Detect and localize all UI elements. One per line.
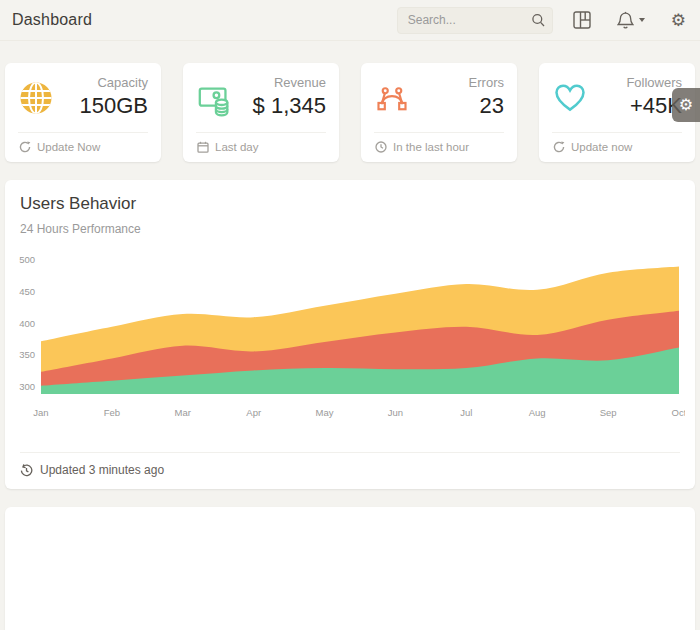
svg-text:300: 300 (19, 381, 35, 392)
svg-text:Feb: Feb (104, 407, 120, 418)
svg-text:Oct: Oct (672, 407, 685, 418)
chevron-down-icon (639, 18, 645, 22)
stat-footer-lastday: Last day (196, 133, 326, 162)
svg-text:Sep: Sep (600, 407, 617, 418)
stat-card-capacity: Capacity 150GB Update Now (5, 63, 161, 162)
stat-footer-label: Update now (571, 141, 632, 153)
history-icon (20, 464, 33, 477)
stat-label: Capacity (58, 75, 148, 90)
heart-icon (552, 75, 592, 114)
chart-footer: Updated 3 minutes ago (15, 453, 685, 489)
svg-text:Jun: Jun (388, 407, 403, 418)
stat-footer-label: Update Now (37, 141, 100, 153)
svg-text:500: 500 (19, 254, 35, 265)
stat-label: Followers (592, 75, 682, 90)
globe-icon (18, 75, 58, 116)
chart-area: 300350400450500JanFebMarAprMayJunJulAugS… (15, 250, 685, 422)
chart-subtitle: 24 Hours Performance (15, 222, 685, 236)
search-icon[interactable] (531, 13, 546, 28)
stat-cards-row: Capacity 150GB Update Now (5, 63, 695, 162)
svg-text:Apr: Apr (246, 407, 261, 418)
settings-gear-button[interactable]: ⚙ (671, 12, 686, 29)
notifications-dropdown[interactable] (617, 11, 645, 30)
search-input[interactable] (397, 7, 553, 34)
stat-value: +45K (592, 93, 682, 119)
stat-footer-update[interactable]: Update now (552, 133, 682, 162)
stat-card-numbers: Revenue $ 1,345 (236, 75, 326, 119)
svg-text:450: 450 (19, 286, 35, 297)
stat-card-numbers: Capacity 150GB (58, 75, 148, 119)
svg-text:Jan: Jan (33, 407, 48, 418)
chart-updated-text: Updated 3 minutes ago (40, 463, 164, 477)
stat-value: $ 1,345 (236, 93, 326, 119)
stat-value: 23 (414, 93, 504, 119)
navbar: Dashboard (0, 0, 700, 41)
stat-card-numbers: Followers +45K (592, 75, 682, 119)
users-behavior-card: Users Behavior 24 Hours Performance 3003… (5, 180, 695, 489)
stat-card-numbers: Errors 23 (414, 75, 504, 119)
stat-footer-label: In the last hour (393, 141, 469, 153)
svg-text:Mar: Mar (175, 407, 191, 418)
clock-icon (375, 141, 387, 153)
svg-text:350: 350 (19, 349, 35, 360)
stat-card-body: Errors 23 (374, 75, 504, 119)
stat-card-errors: Errors 23 In the last hour (361, 63, 517, 162)
bottom-card (5, 507, 695, 630)
stat-card-revenue: Revenue $ 1,345 Last day (183, 63, 339, 162)
navbar-icon-group: ⚙ (573, 11, 686, 30)
bell-icon (617, 11, 634, 30)
page-title: Dashboard (12, 11, 92, 29)
stat-footer-lasthour: In the last hour (374, 133, 504, 162)
svg-text:May: May (316, 407, 334, 418)
svg-text:Jul: Jul (460, 407, 472, 418)
svg-text:400: 400 (19, 318, 35, 329)
stat-card-body: Revenue $ 1,345 (196, 75, 326, 119)
svg-text:Aug: Aug (529, 407, 546, 418)
stat-card-body: Followers +45K (552, 75, 682, 119)
calendar-icon (197, 141, 209, 153)
chart-title: Users Behavior (15, 194, 685, 214)
users-behavior-chart: 300350400450500JanFebMarAprMayJunJulAugS… (15, 250, 685, 422)
gear-icon: ⚙ (679, 97, 693, 113)
gear-icon: ⚙ (671, 12, 686, 29)
stat-card-body: Capacity 150GB (18, 75, 148, 119)
search-box[interactable] (397, 7, 553, 34)
stat-footer-update[interactable]: Update Now (18, 133, 148, 162)
layout-grid-icon[interactable] (573, 11, 591, 29)
refresh-icon (19, 141, 31, 153)
fixed-settings-button[interactable]: ⚙ (672, 88, 700, 122)
vector-icon (374, 75, 414, 116)
stat-value: 150GB (58, 93, 148, 119)
money-coins-icon (196, 75, 236, 118)
stat-label: Errors (414, 75, 504, 90)
stat-label: Revenue (236, 75, 326, 90)
stat-footer-label: Last day (215, 141, 258, 153)
refresh-icon (553, 141, 565, 153)
